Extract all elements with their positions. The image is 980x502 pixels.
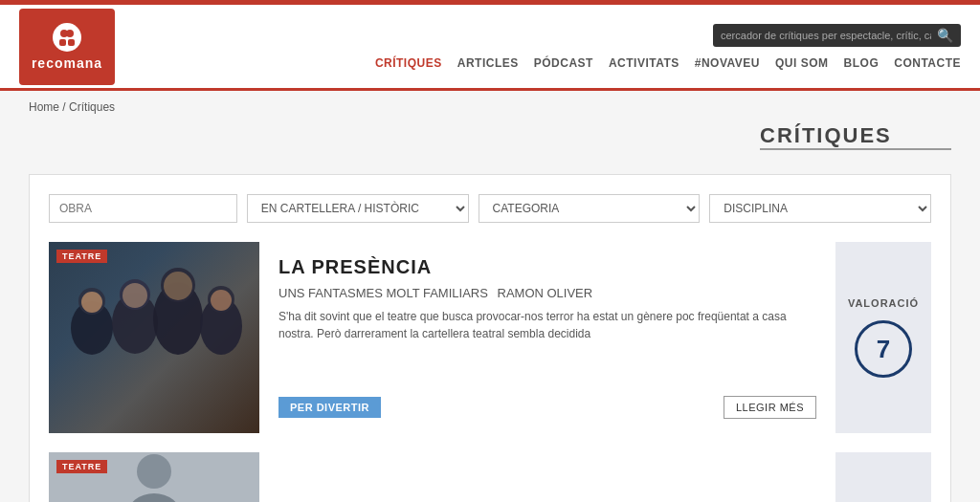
- logo[interactable]: recomana: [19, 9, 115, 85]
- svg-point-1: [66, 30, 74, 37]
- svg-point-12: [81, 292, 102, 313]
- svg-point-13: [122, 283, 147, 308]
- nav-contacte[interactable]: CONTACTE: [894, 56, 961, 70]
- nav-podcast[interactable]: PÓDCAST: [534, 56, 593, 70]
- breadcrumb-current: Crítiques: [69, 100, 115, 114]
- card-1-actions: PER DIVERTIR LLEGIR MÉS: [278, 396, 816, 419]
- page-title: CRÍTIQUES: [760, 123, 951, 148]
- search-button[interactable]: 🔍: [937, 28, 953, 43]
- page-title-row: CRÍTIQUES: [29, 123, 951, 164]
- search-input[interactable]: [721, 30, 931, 41]
- header-right: 🔍 CRÍTIQUES ARTICLES PÓDCAST ACTIVITATS …: [375, 24, 961, 70]
- nav-novaveu[interactable]: #NOVAVEU: [695, 56, 760, 70]
- card-1-image: [49, 242, 259, 433]
- card-1-score-circle: 7: [855, 320, 912, 378]
- card-1-score: VALORACIÓ 7: [835, 242, 931, 433]
- svg-point-17: [137, 454, 171, 489]
- svg-rect-2: [59, 39, 66, 46]
- card-1-title: LA PRESÈNCIA: [278, 256, 816, 278]
- card-1-badge: TEATRE: [56, 250, 107, 263]
- filter-obra[interactable]: [49, 194, 237, 223]
- breadcrumb: Home / Crítiques: [0, 91, 980, 123]
- nav-critiques[interactable]: CRÍTIQUES: [375, 56, 442, 70]
- search-bar: 🔍: [713, 24, 961, 47]
- card-1-score-label: VALORACIÓ: [848, 297, 919, 309]
- svg-point-15: [211, 290, 232, 311]
- card-2-score: VALORACIÓ: [835, 452, 931, 502]
- page-title-underline: [760, 148, 951, 150]
- breadcrumb-separator: /: [62, 100, 65, 114]
- card-2-image-wrap: TEATRE: [49, 452, 259, 502]
- card-1-excerpt: S'ha dit sovint que el teatre que busca …: [278, 308, 816, 381]
- card-2-badge: TEATRE: [56, 460, 107, 473]
- nav-quisom[interactable]: QUI SOM: [775, 56, 829, 70]
- header: recomana 🔍 CRÍTIQUES ARTICLES PÓDCAST AC…: [0, 5, 980, 91]
- filter-disciplina[interactable]: DISCIPLINA: [709, 194, 931, 223]
- filter-categoria[interactable]: CATEGORIA: [479, 194, 701, 223]
- svg-point-14: [164, 272, 192, 300]
- logo-icon-left: [53, 23, 81, 52]
- card-2-body: [259, 452, 835, 502]
- breadcrumb-home[interactable]: Home: [29, 100, 59, 114]
- card-1: TEATRE: [49, 242, 931, 433]
- logo-icons: [53, 23, 81, 52]
- card-1-body: LA PRESÈNCIA UNS FANTASMES MOLT FAMILIAR…: [259, 242, 835, 433]
- filters: EN CARTELLERA / HISTÒRIC CATEGORIA DISCI…: [49, 194, 931, 223]
- nav-activitats[interactable]: ACTIVITATS: [609, 56, 679, 70]
- logo-text: recomana: [32, 55, 102, 71]
- card-1-read-more-button[interactable]: LLEGIR MÉS: [724, 396, 816, 419]
- card-1-image-wrap: TEATRE: [49, 242, 259, 433]
- nav-articles[interactable]: ARTICLES: [457, 56, 519, 70]
- svg-rect-3: [68, 39, 75, 46]
- main-nav: CRÍTIQUES ARTICLES PÓDCAST ACTIVITATS #N…: [375, 56, 961, 70]
- card-2: TEATRE VALORACIÓ: [49, 452, 931, 502]
- main-content: CRÍTIQUES EN CARTELLERA / HISTÒRIC CATEG…: [0, 123, 980, 502]
- content-box: EN CARTELLERA / HISTÒRIC CATEGORIA DISCI…: [29, 174, 951, 502]
- card-1-subtitle: UNS FANTASMES MOLT FAMILIARS RAMON OLIVE…: [278, 286, 816, 300]
- filter-cartellera[interactable]: EN CARTELLERA / HISTÒRIC: [247, 194, 469, 223]
- nav-blog[interactable]: BLOG: [844, 56, 880, 70]
- card-1-tag-button[interactable]: PER DIVERTIR: [278, 397, 381, 418]
